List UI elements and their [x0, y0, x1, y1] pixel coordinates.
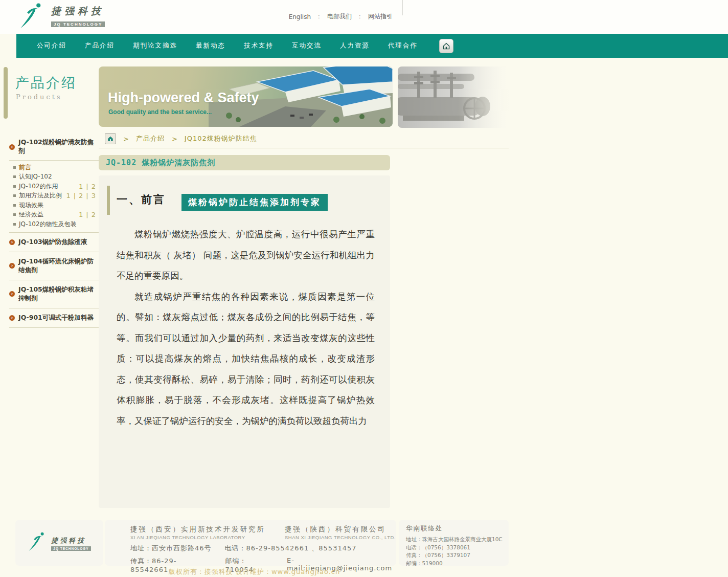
bullet-arrow-icon: ›: [9, 144, 15, 150]
breadcrumb-separator: >: [172, 135, 177, 143]
footer-company-panel: 捷强（西安）实用新技术开发研究所 XI AN JIEQIANG TECHNOLO…: [105, 520, 396, 566]
sidebar-item-jq102[interactable]: › JQ-102煤粉锅炉清灰防焦剂: [9, 134, 99, 160]
bullet-arrow-icon: ›: [9, 291, 15, 297]
sidebar-item-properties-packaging[interactable]: JQ-102的物性及包装: [13, 219, 99, 229]
bullet-arrow-icon: ›: [9, 315, 15, 321]
page-title: JQ-102 煤粉锅炉清灰防焦剂: [106, 158, 215, 168]
footer-address: 地址：西安市西影路46号: [130, 544, 212, 553]
page-link-2[interactable]: 2: [79, 192, 83, 199]
nav-item-company[interactable]: 公司介绍: [37, 41, 66, 50]
nav-item-hr[interactable]: 人力资源: [340, 41, 370, 50]
sidebar-item-function[interactable]: JQ-102的作用 1 | 2: [13, 182, 99, 191]
sidebar-item-jq104[interactable]: › JQ-104循环流化床锅炉防结焦剂: [9, 252, 99, 280]
header-divider: [402, 0, 403, 15]
logo-cn-label: 捷强科技: [51, 5, 104, 16]
page-link-1[interactable]: 1: [79, 183, 83, 190]
south-office-phone: 电话：（0756）3378061: [406, 544, 509, 552]
paragraph-1: 煤粉锅炉燃烧热强度大、炉膛温度高，运行中很易产生严重结焦和积灰（ 灰堵） 问题，…: [117, 224, 375, 286]
page-link-1[interactable]: 1: [66, 192, 70, 199]
nav-item-interaction[interactable]: 互动交流: [292, 41, 322, 50]
sidebar-item-foreword[interactable]: 前言: [13, 163, 99, 172]
section-heading: 一、前言: [117, 192, 166, 207]
page-separator: |: [86, 192, 88, 199]
logo-swoosh-icon: [18, 2, 48, 30]
sidebar-subtitle: Products: [16, 93, 62, 101]
south-office-fax: 传真：（0756）3379107: [406, 551, 509, 560]
page-link-2[interactable]: 2: [92, 211, 96, 218]
link-email-us[interactable]: 电邮我们: [327, 12, 352, 21]
south-office-address: 地址：珠海吉大园林路金景商业大厦10C: [406, 536, 509, 544]
header: 捷强科技 JQ TECHNOLOGY English ： 电邮我们 ： 网站指引: [0, 0, 728, 34]
article-body: 煤粉锅炉燃烧热强度大、炉膛温度高，运行中很易产生严重结焦和积灰（ 灰堵） 问题，…: [117, 224, 375, 431]
sidebar-item-about-jq102[interactable]: 认知JQ-102: [13, 172, 99, 182]
breadcrumb-rule: [99, 148, 509, 148]
sidebar-item-economic-benefit[interactable]: 经济效益 1 | 2: [13, 210, 99, 220]
home-icon: [107, 136, 113, 142]
section-accent-bar: [107, 186, 110, 215]
sidebar-item-usage[interactable]: 加用方法及比例 1 | 2 | 3: [13, 191, 99, 201]
bullet-square-icon: [13, 185, 16, 188]
header-links: English ： 电邮我们 ： 网站指引: [289, 12, 393, 21]
nav-item-products[interactable]: 产品介绍: [85, 41, 115, 50]
home-icon: [442, 42, 450, 50]
breadcrumb-separator: >: [123, 135, 129, 143]
breadcrumb-current[interactable]: JQ102煤粉锅炉防结焦: [185, 134, 257, 143]
breadcrumb-products[interactable]: 产品介绍: [136, 134, 165, 143]
breadcrumb: > 产品介绍 > JQ102煤粉锅炉防结焦: [105, 133, 257, 144]
south-office-zip: 邮编：519000: [406, 560, 509, 568]
sidebar-item-jq901[interactable]: › JQ-901可调式干粉加料器: [9, 308, 99, 327]
sidebar-item-jq105[interactable]: › JQ-105煤粉锅炉积灰粘堵抑制剂: [9, 280, 99, 308]
logo-swoosh-icon: [28, 531, 49, 554]
bullet-square-icon: [13, 175, 16, 178]
sidebar-menu: › JQ-102煤粉锅炉清灰防焦剂 前言 认知JQ-102 JQ-102的作用 …: [9, 134, 99, 328]
bullet-square-icon: [13, 223, 16, 226]
home-button[interactable]: [439, 39, 453, 53]
nav-item-agency[interactable]: 代理合作: [388, 41, 418, 50]
link-separator: ：: [357, 12, 363, 21]
banner-headline: High-powered & Safety: [108, 90, 259, 106]
company-2: 捷强（陕西）科贸有限公司 SHAN XI JIEQIANG TECHNOLOGY…: [285, 525, 396, 540]
page-title-bar: JQ-102 煤粉锅炉清灰防焦剂: [99, 155, 390, 170]
link-english[interactable]: English: [289, 13, 311, 20]
company-1: 捷强（西安）实用新技术开发研究所 XI AN JIEQIANG TECHNOLO…: [130, 525, 265, 540]
logo-en-label: JQ TECHNOLOGY: [51, 21, 105, 27]
breadcrumb-home-button[interactable]: [105, 133, 116, 144]
site-logo[interactable]: 捷强科技 JQ TECHNOLOGY: [18, 2, 105, 30]
page-separator: |: [86, 211, 88, 218]
section-badge: 煤粉锅炉防止结焦添加剂专家: [181, 194, 328, 211]
bullet-square-icon: [13, 204, 16, 207]
page-separator: |: [86, 183, 88, 190]
copyright: 版权所有：接强科技 设计维护：www.guangjiao.cn: [0, 567, 509, 576]
sidebar-submenu: 前言 认知JQ-102 JQ-102的作用 1 | 2 加用方法及比例 1 | …: [9, 161, 99, 232]
footer-phone: 电话：86-29-85542661 、85531457: [225, 544, 357, 553]
company-2-name: 捷强（陕西）科贸有限公司: [285, 525, 396, 534]
page-link-2[interactable]: 2: [92, 183, 96, 190]
bullet-arrow-icon: ›: [9, 263, 15, 269]
bullet-square-icon: [13, 213, 16, 216]
nav-item-support[interactable]: 技术支持: [244, 41, 274, 50]
main-nav: 公司介绍 产品介绍 期刊论文摘选 最新动态 技术支持 互动交流 人力资源 代理合…: [16, 34, 728, 58]
nav-item-journal[interactable]: 期刊论文摘选: [133, 41, 177, 50]
sidebar-title: 产品介绍: [15, 74, 77, 92]
footer-logo-cn: 捷强科技: [51, 537, 86, 544]
content-panel: 一、前言 煤粉锅炉防止结焦添加剂专家 煤粉锅炉燃烧热强度大、炉膛温度高，运行中很…: [99, 175, 390, 508]
page-link-3[interactable]: 3: [92, 192, 96, 199]
hero-banner: High-powered & Safety Good quality and t…: [99, 66, 393, 127]
nav-item-news[interactable]: 最新动态: [196, 41, 225, 50]
photo-fade-overlay: [398, 66, 509, 128]
equipment-photo: [398, 66, 509, 128]
sidebar-accent-bar: [4, 67, 8, 119]
bullet-square-icon: [13, 194, 16, 197]
bullet-square-icon: [13, 166, 16, 169]
sidebar-item-field-results[interactable]: 现场效果: [13, 201, 99, 210]
link-sitemap[interactable]: 网站指引: [368, 12, 393, 21]
company-2-name-en: SHAN XI JIEQIANG TECHNOLOGY CO., LTD.: [285, 535, 396, 540]
footer-south-office-panel: 华南联络处 地址：珠海吉大园林路金景商业大厦10C 电话：（0756）33780…: [399, 520, 509, 566]
page-link-1[interactable]: 1: [79, 211, 83, 218]
footer-logo-en: JQ TECHNOLOGY: [51, 546, 90, 551]
bullet-arrow-icon: ›: [9, 239, 15, 245]
paragraph-2: 就造成锅炉严重结焦的各种因素来说，煤质因素是第一位的。譬如：煤灰熔点过低；煤灰各…: [117, 286, 375, 432]
divider: [9, 327, 99, 328]
banner-tagline: Good quality and the best service...: [108, 108, 212, 116]
sidebar-item-jq103[interactable]: › JQ-103锅炉防焦除渣液: [9, 233, 99, 252]
